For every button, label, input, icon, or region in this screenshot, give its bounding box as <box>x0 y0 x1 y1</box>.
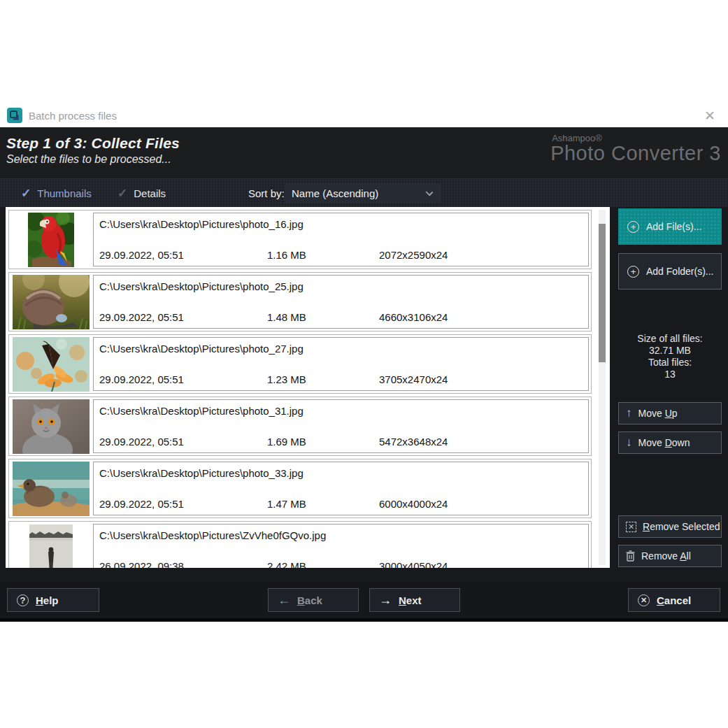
file-size: 2.42 MB <box>267 560 379 568</box>
file-list-item[interactable]: C:\Users\kra\Desktop\Pictures\photo_31.j… <box>8 397 592 456</box>
tab-details[interactable]: ✓ Details <box>117 179 166 207</box>
add-folders-button[interactable]: + Add Folder(s)... <box>618 253 722 290</box>
tab-thumbnails[interactable]: ✓ Thumbnails <box>21 179 92 207</box>
thumbnail-duck <box>9 459 93 518</box>
move-down-label: Move Down <box>638 437 690 448</box>
file-dimensions: 4660x3106x24 <box>379 311 583 323</box>
remove-all-label: Remove All <box>641 550 691 562</box>
file-dimensions: 2072x2590x24 <box>379 249 583 261</box>
back-label: Back <box>297 594 322 606</box>
title-bar: Batch process files ✕ <box>0 104 728 127</box>
back-button[interactable]: ← Back <box>268 588 359 612</box>
file-info-box: C:\Users\kra\Desktop\Pictures\photo_16.j… <box>93 213 589 266</box>
add-files-label: Add File(s)... <box>646 221 701 232</box>
sort-dropdown-value: Name (Ascending) <box>292 187 378 199</box>
file-dimensions: 3000x4050x24 <box>379 560 583 568</box>
batch-process-window: Batch process files ✕ Step 1 of 3: Colle… <box>0 104 728 622</box>
thumbnail-butterfly <box>9 335 93 393</box>
thumbnail-cat <box>9 397 93 455</box>
help-button[interactable]: ? Help <box>7 588 99 612</box>
file-info-box: C:\Users\kra\Desktop\Pictures\photo_33.j… <box>93 462 589 515</box>
file-path: C:\Users\kra\Desktop\Pictures\photo_31.j… <box>99 405 304 417</box>
file-meta: 29.09.2022, 05:51 1.69 MB 5472x3648x24 <box>99 436 583 448</box>
file-size: 1.48 MB <box>267 311 379 323</box>
size-of-all-files-value: 32.71 MB <box>618 345 722 357</box>
file-dimensions: 5472x3648x24 <box>379 436 583 448</box>
file-date: 29.09.2022, 05:51 <box>99 436 267 448</box>
file-path: C:\Users\kra\Desktop\Pictures\ZvVhe0fGQv… <box>99 529 326 541</box>
arrow-right-icon: → <box>379 593 392 608</box>
check-icon: ✓ <box>117 186 127 201</box>
arrow-left-icon: ← <box>278 593 290 608</box>
chevron-down-icon <box>426 189 434 197</box>
remove-all-button[interactable]: Remove All <box>618 545 722 567</box>
selection-x-icon: ✕ <box>626 522 636 532</box>
file-size: 1.69 MB <box>267 436 379 448</box>
file-date: 29.09.2022, 05:51 <box>99 249 267 261</box>
sort-by-label: Sort by: <box>248 179 285 207</box>
cancel-label: Cancel <box>657 594 691 606</box>
x-circle-icon: ✕ <box>638 594 650 606</box>
help-label: Help <box>36 594 59 606</box>
file-list-item[interactable]: C:\Users\kra\Desktop\Pictures\photo_25.j… <box>8 272 592 331</box>
file-date: 29.09.2022, 05:51 <box>99 311 267 323</box>
main-content: C:\Users\kra\Desktop\Pictures\photo_16.j… <box>0 207 728 582</box>
file-meta: 26.09.2022, 09:38 2.42 MB 3000x4050x24 <box>99 560 583 568</box>
total-files-label: Total files: <box>618 357 722 369</box>
next-label: Next <box>399 594 422 606</box>
tab-details-label: Details <box>134 187 166 199</box>
remove-selected-button[interactable]: ✕ Remove Selected <box>618 515 722 538</box>
question-circle-icon: ? <box>17 594 29 606</box>
brand-product: Photo Converter 3 <box>550 142 721 165</box>
add-folders-label: Add Folder(s)... <box>646 266 713 277</box>
file-date: 29.09.2022, 05:51 <box>99 373 267 385</box>
next-button[interactable]: → Next <box>369 588 460 612</box>
window-bottom-edge <box>0 618 728 622</box>
move-up-label: Move Up <box>638 408 678 419</box>
view-toolbar: ✓ Thumbnails ✓ Details Sort by: Name (As… <box>0 178 728 207</box>
trash-icon <box>626 550 635 562</box>
file-date: 29.09.2022, 05:51 <box>99 498 267 510</box>
add-files-button[interactable]: + Add File(s)... <box>618 208 722 245</box>
file-size: 1.16 MB <box>267 249 379 261</box>
file-meta: 29.09.2022, 05:51 1.16 MB 2072x2590x24 <box>99 249 583 261</box>
file-list-item[interactable]: C:\Users\kra\Desktop\Pictures\ZvVhe0fGQv… <box>8 521 592 568</box>
file-list: C:\Users\kra\Desktop\Pictures\photo_16.j… <box>6 207 610 568</box>
file-meta: 29.09.2022, 05:51 1.23 MB 3705x2470x24 <box>99 373 583 385</box>
scrollbar-thumb[interactable] <box>599 224 606 362</box>
check-icon: ✓ <box>21 186 31 201</box>
sort-dropdown[interactable]: Name (Ascending) <box>285 183 441 204</box>
arrow-down-icon: ↓ <box>626 436 632 450</box>
file-size: 1.23 MB <box>267 373 379 385</box>
sidebar: + Add File(s)... + Add Folder(s)... Size… <box>618 207 722 582</box>
plus-circle-icon: + <box>627 221 639 233</box>
file-path: C:\Users\kra\Desktop\Pictures\photo_27.j… <box>99 343 304 355</box>
file-info-box: C:\Users\kra\Desktop\Pictures\photo_27.j… <box>93 337 589 391</box>
file-dimensions: 6000x4000x24 <box>379 498 583 510</box>
app-icon <box>7 108 22 123</box>
move-up-button[interactable]: ↑ Move Up <box>618 402 722 424</box>
file-date: 26.09.2022, 09:38 <box>99 560 267 568</box>
thumbnail-hedgehog <box>9 273 93 331</box>
file-list-item[interactable]: C:\Users\kra\Desktop\Pictures\photo_33.j… <box>8 459 592 518</box>
file-list-item[interactable]: C:\Users\kra\Desktop\Pictures\photo_16.j… <box>8 210 592 269</box>
file-meta: 29.09.2022, 05:51 1.47 MB 6000x4000x24 <box>99 498 583 510</box>
wizard-header: Step 1 of 3: Collect Files Select the fi… <box>0 127 728 178</box>
file-list-item[interactable]: C:\Users\kra\Desktop\Pictures\photo_27.j… <box>8 334 592 394</box>
cancel-button[interactable]: ✕ Cancel <box>628 588 720 612</box>
file-dimensions: 3705x2470x24 <box>379 373 583 385</box>
file-info-box: C:\Users\kra\Desktop\Pictures\ZvVhe0fGQv… <box>93 524 589 568</box>
remove-selected-label: Remove Selected <box>643 521 720 532</box>
vertical-scrollbar[interactable] <box>599 210 606 565</box>
thumbnail-parrot <box>9 210 93 269</box>
footer-bar: ? Help ← Back → Next ✕ Cancel <box>0 582 728 618</box>
file-size: 1.47 MB <box>267 498 379 510</box>
plus-circle-icon: + <box>627 266 639 278</box>
file-info-box: C:\Users\kra\Desktop\Pictures\photo_25.j… <box>93 275 589 329</box>
close-icon[interactable]: ✕ <box>699 109 721 122</box>
file-path: C:\Users\kra\Desktop\Pictures\photo_33.j… <box>99 467 304 479</box>
thumbnail-person <box>9 522 93 568</box>
move-down-button[interactable]: ↓ Move Down <box>618 431 722 454</box>
file-path: C:\Users\kra\Desktop\Pictures\photo_16.j… <box>99 218 304 230</box>
file-meta: 29.09.2022, 05:51 1.48 MB 4660x3106x24 <box>99 311 583 323</box>
